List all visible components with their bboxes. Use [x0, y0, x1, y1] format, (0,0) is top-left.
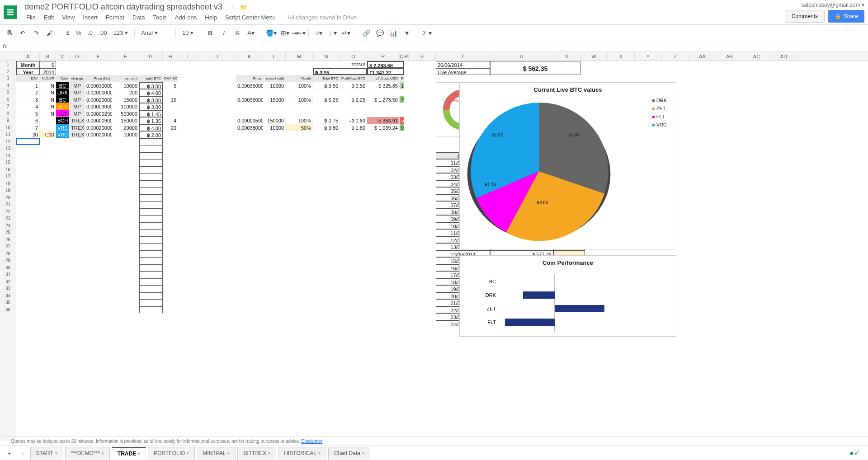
font-select[interactable]: Arial ▾: [139, 29, 171, 36]
cell-C3[interactable]: Coin: [56, 75, 70, 82]
grid[interactable]: Month6Year2014TOTALS$ 2,283.68฿ 3.95£1,3…: [16, 61, 868, 441]
cell-G30[interactable]: [139, 264, 163, 272]
sheet-tab-bittrex[interactable]: BITTREX ▾: [237, 447, 276, 460]
italic-icon[interactable]: I: [218, 28, 229, 38]
column-headers[interactable]: ABCDEFGHIJKLMNOPQRSTUVWXYZAAABACAD: [16, 52, 868, 61]
add-sheet-icon[interactable]: ＋: [3, 447, 16, 459]
cell-F11[interactable]: 10000: [112, 131, 139, 138]
undo-icon[interactable]: ↶: [17, 28, 28, 38]
cell-B4[interactable]: N: [40, 82, 56, 89]
cell-U1[interactable]: $ 562.35: [490, 61, 580, 75]
cell-N2[interactable]: ฿ 3.95: [313, 68, 367, 75]
cell-L6[interactable]: 15000: [263, 96, 286, 103]
cell-H10[interactable]: 20: [163, 124, 178, 131]
cell-G24[interactable]: [139, 222, 163, 230]
cell-D7[interactable]: MP: [70, 103, 85, 110]
menu-data[interactable]: Data: [129, 13, 148, 22]
cell-G26[interactable]: [139, 236, 163, 244]
cell-G8[interactable]: ฿ 1.45: [139, 110, 163, 117]
cell-A6[interactable]: 3: [16, 96, 40, 103]
bold-icon[interactable]: B: [205, 28, 216, 38]
cell-A5[interactable]: 2: [16, 89, 40, 96]
borders-icon[interactable]: ⊞▾: [279, 28, 290, 38]
cell-Q10[interactable]: 90.00%: [400, 124, 404, 131]
cell-O9[interactable]: -฿ 0.60: [340, 117, 367, 124]
menu-view[interactable]: View: [58, 13, 78, 22]
cell-G22[interactable]: [139, 208, 163, 216]
menu-format[interactable]: Format: [102, 13, 128, 22]
sheet-tab-start[interactable]: START ▾: [30, 447, 63, 460]
cell-G10[interactable]: ฿ 4.00: [139, 124, 163, 131]
cell-E5[interactable]: 0.02000000: [85, 89, 112, 96]
merge-icon[interactable]: ⇥⇤▾: [293, 28, 304, 38]
select-all-corner[interactable]: [0, 52, 16, 61]
paint-format-icon[interactable]: 🖌: [44, 28, 55, 38]
cell-G4[interactable]: ฿ 3.00: [139, 82, 163, 89]
cell-G3[interactable]: paid BTC: [139, 75, 163, 82]
cell-E10[interactable]: 0.00020000: [85, 124, 112, 131]
btc-values-chart[interactable]: Current Live BTC values ฿3.45 ฿3.60 ฿1.1…: [459, 82, 676, 249]
cell-M6[interactable]: 100%: [286, 96, 313, 103]
cell-A9[interactable]: 6: [16, 117, 40, 124]
cell-K9[interactable]: 0.00000500: [236, 117, 263, 124]
cell-P4[interactable]: $ 325.85: [367, 82, 400, 89]
sheet-tab-demo[interactable]: ***DEMO*** ▾: [65, 447, 110, 460]
cell-Q9[interactable]: -44.44%: [400, 117, 404, 124]
link-icon[interactable]: 🔗: [361, 28, 372, 38]
cell-B3[interactable]: N,C,CP: [40, 75, 56, 82]
cell-P3[interactable]: ofit/Loss USD: [367, 75, 400, 82]
print-icon[interactable]: 🖶: [4, 28, 14, 38]
comment-icon[interactable]: 💬: [374, 28, 385, 38]
cell-G14[interactable]: [139, 152, 163, 160]
cell-B11[interactable]: C10: [40, 131, 56, 138]
doc-title[interactable]: demo2 PORTFOLIO altcoin daytrading sprea…: [23, 1, 224, 12]
cell-D9[interactable]: TREX: [70, 117, 85, 124]
cell-D6[interactable]: MP: [70, 96, 85, 103]
cell-C5[interactable]: DRK: [56, 89, 70, 96]
cell-G20[interactable]: [139, 194, 163, 202]
cell-H3[interactable]: DAY SOLD: [163, 75, 178, 82]
halign-icon[interactable]: ≡▾: [313, 28, 324, 38]
cell-D8[interactable]: MP: [70, 110, 85, 117]
font-size[interactable]: 10 ▾: [180, 29, 195, 36]
cell-K3[interactable]: Price: [236, 75, 263, 82]
menu-script[interactable]: Script Center Menu: [222, 13, 279, 22]
cell-P10[interactable]: $ 1,069.24: [367, 124, 400, 131]
cell-E3[interactable]: Price (btc): [85, 75, 112, 82]
cell-E11[interactable]: 0.00020000: [85, 131, 112, 138]
cell-G11[interactable]: ฿ 2.00: [139, 131, 163, 138]
cell-B5[interactable]: N: [40, 89, 56, 96]
cell-P1[interactable]: $ 2,283.68: [367, 61, 404, 68]
cell-A12[interactable]: [16, 138, 40, 146]
sheet-tab-historical[interactable]: HISTORICAL ▾: [278, 447, 326, 460]
cell-D4[interactable]: MP: [70, 82, 85, 89]
cell-C11[interactable]: VRC: [56, 131, 70, 138]
cell-O4[interactable]: ฿ 0.50: [340, 82, 367, 89]
menu-edit[interactable]: Edit: [40, 13, 57, 22]
cell-C7[interactable]: ZET: [56, 103, 70, 110]
cell-L3[interactable]: mount sold: [263, 75, 286, 82]
more-formats[interactable]: 123 ▾: [112, 29, 130, 36]
cell-G36[interactable]: [139, 306, 163, 314]
cell-F3[interactable]: amount: [112, 75, 139, 82]
cell-L10[interactable]: 10000: [263, 124, 286, 131]
cell-G27[interactable]: [139, 243, 163, 250]
cell-G12[interactable]: [139, 138, 163, 146]
text-color-icon[interactable]: A ▾: [245, 28, 256, 38]
dec-dec[interactable]: .0: [86, 29, 94, 36]
cell-K4[interactable]: 0.00035000: [236, 82, 263, 89]
chart-icon[interactable]: 📊: [388, 28, 399, 38]
cell-M10[interactable]: 50%: [286, 124, 313, 131]
cell-F7[interactable]: 100000: [112, 103, 139, 110]
valign-icon[interactable]: ⊥▾: [327, 28, 338, 38]
cell-E9[interactable]: 0.00000900: [85, 117, 112, 124]
cell-G6[interactable]: ฿ 3.00: [139, 96, 163, 103]
formula-bar[interactable]: fx: [0, 41, 868, 52]
cell-G16[interactable]: [139, 166, 163, 174]
cell-G34[interactable]: [139, 292, 163, 300]
cell-G15[interactable]: [139, 159, 163, 166]
cell-G28[interactable]: [139, 250, 163, 258]
cell-G21[interactable]: [139, 201, 163, 208]
cell-G17[interactable]: [139, 173, 163, 180]
cell-B8[interactable]: N: [40, 110, 56, 117]
